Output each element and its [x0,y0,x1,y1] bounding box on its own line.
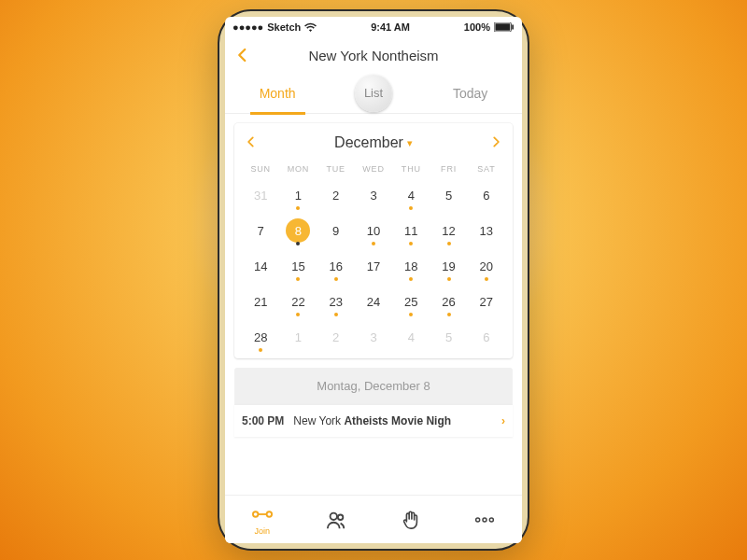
calendar-day[interactable]: 15 [279,248,317,284]
day-number: 25 [404,295,417,309]
calendar-day[interactable]: 1 [279,177,317,213]
phone-shell: ●●●●● Sketch 9:41 AM 100% New York Nonth… [218,9,529,551]
calendar-day[interactable]: 23 [317,284,355,319]
calendar-day[interactable]: 20 [468,248,505,284]
day-number: 23 [329,295,342,309]
nav-people[interactable] [326,510,346,530]
calendar-day[interactable]: 2 [317,177,355,213]
day-number: 24 [367,295,380,309]
calendar-day[interactable]: 19 [430,248,467,284]
calendar-day[interactable]: 14 [242,248,279,284]
back-button[interactable] [234,47,251,63]
chevron-right-icon: › [501,414,505,427]
tab-today[interactable]: Today [444,73,497,114]
svg-point-6 [331,512,337,519]
tab-month[interactable]: Month [250,73,305,114]
calendar-day[interactable]: 26 [430,284,467,319]
event-dot-icon [334,313,338,316]
prev-month-button[interactable] [242,133,261,153]
event-dot-icon [447,242,451,245]
calendar-day[interactable]: 16 [317,248,355,284]
event-row[interactable]: 5:00 PM New York Atheists Movie Nigh › [234,404,513,437]
calendar-day[interactable]: 11 [392,213,430,248]
nav-join[interactable]: Join [252,504,273,536]
chevron-down-icon: ▾ [407,137,413,149]
next-month-button[interactable] [486,133,505,153]
calendar-day[interactable]: 12 [430,213,467,248]
calendar-day: 3 [355,319,392,355]
device-statusbar: ●●●●● Sketch 9:41 AM 100% [225,17,522,37]
event-dot-icon [447,313,451,316]
statusbar-right: 100% [464,21,514,33]
battery-percent-label: 100% [464,21,490,33]
hand-icon [401,510,421,530]
day-number: 3 [370,189,376,203]
carrier-label: Sketch [267,21,301,33]
day-number: 4 [408,330,415,344]
month-picker[interactable]: December ▾ [334,134,413,151]
calendar-day[interactable]: 8 [279,213,317,248]
calendar-day[interactable]: 21 [242,284,279,319]
svg-rect-1 [495,23,510,31]
svg-point-10 [490,517,494,521]
calendar-day[interactable]: 5 [430,177,467,213]
weekday-label: SUN [242,161,279,177]
bottom-nav: Join [225,495,522,543]
weekday-label: WED [355,161,392,177]
day-number: 21 [254,295,267,309]
event-dot-icon [409,206,413,210]
day-number: 1 [295,189,302,203]
nav-more[interactable] [474,510,495,530]
calendar-day: 2 [317,319,355,355]
weekday-label: MON [279,161,317,177]
calendar-day: 31 [242,177,279,213]
svg-point-3 [253,511,259,517]
nav-hand[interactable] [401,510,421,530]
calendar-day[interactable]: 25 [392,284,430,319]
calendar-day[interactable]: 17 [355,248,392,284]
join-icon [252,504,273,525]
calendar-day[interactable]: 10 [355,213,392,248]
clock-label: 9:41 AM [371,21,410,33]
day-number: 27 [480,295,493,309]
calendar-day[interactable]: 3 [355,177,392,213]
screen: ●●●●● Sketch 9:41 AM 100% New York Nonth… [225,17,522,543]
svg-point-8 [476,517,480,521]
day-number: 18 [404,259,417,273]
day-number: 2 [332,189,339,203]
day-number: 16 [329,259,342,273]
calendar-day[interactable]: 18 [392,248,430,284]
day-number: 17 [367,259,380,273]
day-number: 6 [483,189,489,203]
weekday-label: FRI [430,161,467,177]
event-dot-icon [409,277,413,281]
calendar-day[interactable]: 27 [468,284,505,319]
day-number: 5 [445,330,452,344]
app-background: ●●●●● Sketch 9:41 AM 100% New York Nonth… [0,0,747,560]
calendar-day[interactable]: 24 [355,284,392,319]
signal-dots-icon: ●●●●● [233,21,263,33]
calendar-day[interactable]: 4 [392,177,430,213]
selected-day-bar: Montag, December 8 [234,368,513,404]
day-number: 4 [408,189,415,203]
calendar-day: 4 [392,319,430,355]
day-number: 26 [442,295,455,309]
day-number: 28 [254,330,267,344]
tab-list[interactable]: List [355,75,392,112]
day-number: 20 [480,259,493,273]
page-title: New York Nontheism [308,48,438,63]
calendar-day[interactable]: 6 [468,177,505,213]
calendar-day[interactable]: 9 [317,213,355,248]
calendar-day[interactable]: 28 [242,319,279,355]
calendar-day[interactable]: 13 [468,213,505,248]
day-number: 9 [332,224,339,238]
people-icon [326,510,346,530]
event-dot-icon [296,277,300,281]
svg-point-9 [483,517,486,521]
calendar-container: December ▾ SUNMONTUEWEDTHUFRISAT 3112345… [225,114,522,358]
statusbar-left: ●●●●● Sketch [233,21,317,33]
day-number: 12 [442,224,455,238]
weekday-header: SUNMONTUEWEDTHUFRISAT [242,161,505,177]
calendar-day[interactable]: 22 [279,284,317,319]
calendar-day[interactable]: 7 [242,213,279,248]
